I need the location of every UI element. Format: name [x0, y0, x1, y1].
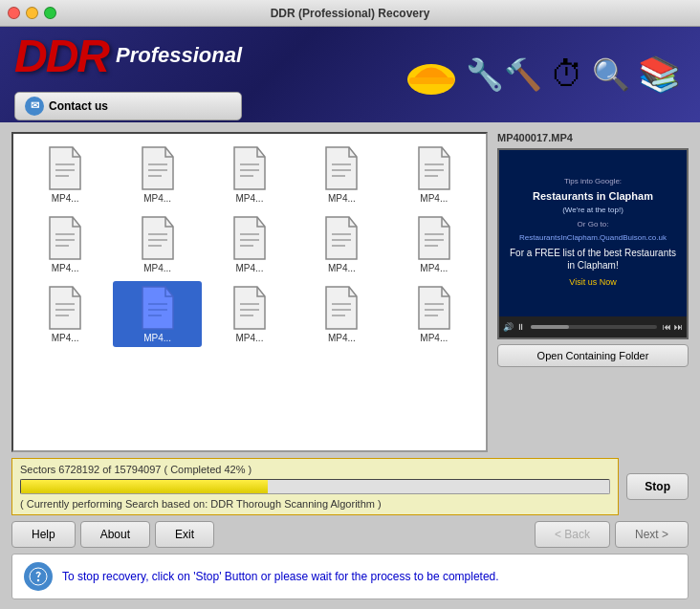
prev-frame-icon[interactable]: ⏮ [663, 322, 671, 332]
logo-professional: Professional [116, 43, 242, 68]
window-controls [8, 7, 56, 19]
header-decorations: 🔧🔨 ⏱ 🔍 📚 [405, 51, 681, 98]
minimize-button[interactable] [26, 7, 38, 19]
file-item[interactable]: MP4... [113, 281, 201, 347]
svg-rect-1 [409, 77, 454, 84]
info-bar: To stop recovery, click on 'Stop' Button… [11, 554, 689, 599]
algorithm-text: ( Currently performing Search based on: … [20, 498, 610, 510]
file-icon [415, 285, 453, 331]
tools-icon: 🔧🔨 [466, 56, 542, 93]
file-label: MP4... [299, 193, 383, 204]
magnifier-icon: 🔍 [592, 56, 630, 93]
video-content: Tips into Google: Restaurants in Clapham… [499, 150, 687, 316]
file-icon [415, 215, 453, 261]
file-item[interactable]: MP4... [21, 211, 109, 277]
title-bar: DDR (Professional) Recovery [0, 0, 700, 27]
logo-ddr: DDR [14, 30, 108, 82]
file-item[interactable]: MP4... [113, 211, 201, 277]
main-content: MP4... MP4... MP4... MP4... MP4... [0, 122, 700, 609]
bottom-buttons: Help About Exit < Back Next > [11, 521, 689, 548]
file-item[interactable]: MP4... [297, 281, 385, 347]
window-title: DDR (Professional) Recovery [271, 7, 430, 20]
file-icon [139, 215, 177, 261]
nav-buttons: < Back Next > [535, 521, 689, 548]
file-icon [46, 145, 84, 191]
file-label: MP4... [23, 333, 107, 343]
file-label: MP4... [23, 193, 107, 204]
file-icon [322, 145, 361, 191]
progress-row: Sectors 6728192 of 15794097 ( Completed … [11, 458, 689, 515]
file-grid-container[interactable]: MP4... MP4... MP4... MP4... MP4... [11, 132, 488, 452]
file-item[interactable]: MP4... [390, 211, 478, 277]
file-label: MP4... [392, 193, 476, 204]
file-label: MP4... [115, 193, 199, 204]
book-icon: 📚 [638, 54, 681, 95]
exit-button[interactable]: Exit [155, 521, 214, 548]
file-label: MP4... [23, 263, 107, 273]
volume-icon[interactable]: 🔊 [503, 322, 514, 332]
file-label: MP4... [208, 333, 292, 343]
file-label: MP4... [208, 263, 292, 273]
file-item[interactable]: MP4... [297, 211, 385, 277]
stopwatch-icon: ⏱ [550, 54, 584, 95]
file-label: MP4... [115, 263, 199, 273]
file-item[interactable]: MP4... [206, 281, 294, 347]
close-button[interactable] [8, 7, 20, 19]
file-item[interactable]: MP4... [297, 141, 385, 207]
hardhat-icon [405, 51, 458, 98]
file-item[interactable]: MP4... [390, 281, 478, 347]
file-item[interactable]: MP4... [21, 141, 109, 207]
video-controls[interactable]: 🔊 ⏸ ⏮ ⏭ [499, 316, 687, 337]
top-section: MP4... MP4... MP4... MP4... MP4... [11, 132, 689, 452]
file-icon [46, 215, 84, 261]
file-icon [415, 145, 453, 191]
progress-bar-container [20, 479, 610, 494]
progress-text: Sectors 6728192 of 15794097 ( Completed … [20, 464, 610, 475]
file-icon [230, 145, 269, 191]
video-preview: Tips into Google: Restaurants in Clapham… [497, 148, 689, 339]
stop-button[interactable]: Stop [626, 473, 689, 500]
file-icon [46, 285, 84, 331]
next-frame-icon[interactable]: ⏭ [674, 322, 683, 332]
file-item[interactable]: MP4... [206, 211, 294, 277]
svg-point-48 [37, 579, 39, 581]
file-label: MP4... [208, 193, 292, 204]
file-label: MP4... [392, 333, 476, 343]
file-icon [230, 215, 269, 261]
progress-bar-fill [21, 480, 268, 493]
file-item[interactable]: MP4... [113, 141, 201, 207]
info-text: To stop recovery, click on 'Stop' Button… [62, 570, 499, 583]
file-icon [139, 145, 177, 191]
maximize-button[interactable] [44, 7, 56, 19]
help-button[interactable]: Help [11, 521, 76, 548]
contact-icon: ✉ [25, 97, 44, 116]
preview-panel: MP400017.MP4 Tips into Google: Restauran… [497, 132, 689, 452]
app-logo: DDR Professional [14, 30, 242, 82]
file-grid: MP4... MP4... MP4... MP4... MP4... [21, 141, 478, 347]
file-item[interactable]: MP4... [206, 141, 294, 207]
play-button[interactable]: ⏸ [516, 322, 525, 332]
file-icon [139, 285, 177, 331]
info-icon [24, 562, 53, 591]
file-label: MP4... [115, 333, 199, 343]
file-label: MP4... [392, 263, 476, 273]
back-button[interactable]: < Back [535, 521, 610, 548]
open-folder-button[interactable]: Open Containing Folder [497, 344, 689, 367]
file-item[interactable]: MP4... [390, 141, 478, 207]
progress-section: Sectors 6728192 of 15794097 ( Completed … [11, 458, 619, 515]
video-progress[interactable] [531, 325, 657, 329]
next-button[interactable]: Next > [615, 521, 689, 548]
file-icon [230, 285, 269, 331]
file-icon [322, 285, 361, 331]
contact-button[interactable]: ✉ Contact us [14, 92, 242, 120]
file-item[interactable]: MP4... [21, 281, 109, 347]
file-label: MP4... [299, 263, 383, 273]
file-label: MP4... [299, 333, 383, 343]
preview-filename: MP400017.MP4 [497, 132, 689, 143]
file-icon [322, 215, 361, 261]
about-button[interactable]: About [80, 521, 150, 548]
app-header: DDR Professional ✉ Contact us 🔧🔨 ⏱ 🔍 📚 [0, 27, 700, 122]
